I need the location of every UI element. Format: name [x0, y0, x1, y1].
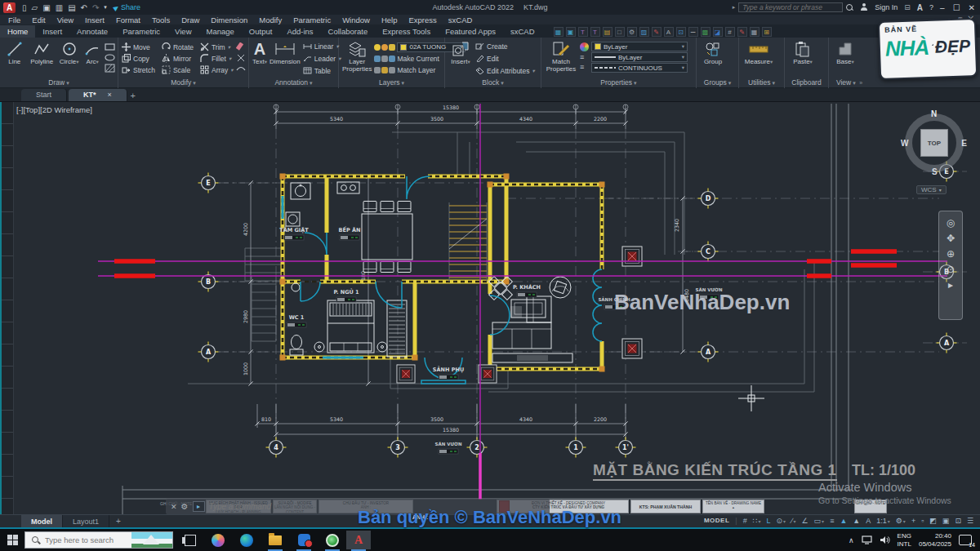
clean-screen-icon[interactable]: ▣	[942, 514, 950, 527]
search-expand-icon[interactable]: ▸	[733, 4, 736, 11]
menu-item[interactable]: Tools	[152, 16, 170, 24]
qat-dropdown-icon[interactable]: ▾	[104, 4, 107, 11]
taskbar-search-input[interactable]	[45, 535, 127, 544]
graphics-performance-icon[interactable]: ◩	[929, 514, 937, 527]
dim-bot-4[interactable]: 2200	[594, 416, 607, 422]
layer-properties-button[interactable]: Layer Properties	[342, 40, 372, 73]
saveas-icon[interactable]: ▥	[56, 3, 63, 12]
clipboard-panel-label[interactable]: Clipboard	[785, 78, 828, 88]
dim-top-3[interactable]: 4340	[519, 116, 532, 122]
stretch-button[interactable]: Stretch	[122, 64, 155, 75]
volume-icon[interactable]	[880, 535, 890, 544]
list-icon-1[interactable]: ≡	[580, 53, 589, 61]
qt-icon-17[interactable]: ▦	[750, 27, 760, 37]
start-button[interactable]	[7, 535, 18, 545]
network-icon[interactable]	[862, 535, 872, 544]
utilities-panel-label[interactable]: Utilities▾	[739, 78, 784, 88]
block-panel-label[interactable]: Block▾	[445, 78, 541, 88]
pan-icon[interactable]: ✥	[947, 233, 955, 243]
section-lines-layer[interactable]	[98, 104, 947, 500]
undo-icon[interactable]: ↶	[81, 3, 87, 12]
app-store-icon[interactable]: ⊟	[904, 3, 911, 11]
file-tab-start[interactable]: Start	[21, 89, 67, 101]
menu-item[interactable]: Edit	[32, 16, 45, 24]
full-navigation-wheel-icon[interactable]: ◎	[947, 218, 955, 228]
table-button[interactable]: Table	[303, 65, 341, 76]
menu-item[interactable]: Modify	[259, 16, 282, 24]
task-view-button[interactable]	[178, 531, 203, 549]
erase-icon[interactable]	[236, 42, 246, 51]
tray-expand-icon[interactable]: ∧	[849, 536, 854, 544]
window-maximize-button[interactable]: ☐	[953, 3, 962, 12]
qt-icon-5[interactable]: ▤	[603, 27, 612, 37]
ribbon-tab-collaborate[interactable]: Collaborate	[321, 25, 376, 38]
dim-top-total[interactable]: 15380	[443, 104, 459, 110]
ribbon-tab-view[interactable]: View	[167, 25, 198, 38]
file-explorer-icon[interactable]	[263, 531, 287, 549]
groups-panel-label[interactable]: Groups▾	[697, 78, 738, 88]
model-space-button[interactable]: MODEL	[704, 514, 729, 527]
wcs-dropdown[interactable]: WCS▾	[916, 185, 947, 194]
dim-bot-1[interactable]: 5340	[330, 416, 343, 422]
lineweight-icon[interactable]: ≡	[830, 514, 834, 527]
block-create-button[interactable]: Create	[475, 41, 535, 51]
circle-button[interactable]: Circle▾	[58, 40, 81, 65]
polyline-button[interactable]: Polyline	[29, 40, 56, 65]
draw-panel-label[interactable]: Draw▾	[0, 78, 118, 88]
layer-icon-1[interactable]	[374, 56, 381, 62]
bubble-row-d-right[interactable]: D	[706, 195, 711, 202]
room-p-khach[interactable]: P. KHÁCH	[513, 283, 541, 291]
annotation-visibility-icon[interactable]: A	[866, 514, 871, 527]
drawing-area[interactable]: [-][Top][2D Wireframe]	[0, 102, 980, 514]
taskbar-search[interactable]	[24, 531, 173, 549]
ribbon-tab-annotate[interactable]: Annotate	[69, 25, 115, 38]
dim-bot-total[interactable]: 15380	[443, 427, 459, 433]
object-snap-tracking-icon[interactable]: ∠	[802, 514, 808, 527]
dim-bot-3[interactable]: 4340	[519, 416, 532, 422]
mirror-button[interactable]: Mirror	[162, 53, 194, 64]
dim-top-2[interactable]: 3500	[430, 116, 443, 122]
bubble-col-4[interactable]: 4	[274, 444, 278, 451]
annotation-panel-label[interactable]: Annotation▾	[249, 78, 338, 88]
qt-icon-3[interactable]: T	[578, 27, 588, 37]
rectangle-icon[interactable]	[105, 42, 115, 51]
text-button[interactable]: A Text▾	[252, 40, 267, 65]
command-input[interactable]	[209, 502, 372, 511]
qt-icon-16[interactable]: ✎	[737, 27, 747, 37]
bubble-row-a-right[interactable]: A	[706, 349, 711, 356]
trim-button[interactable]: Trim▾	[200, 42, 234, 52]
list-icon-2[interactable]: ≡	[580, 63, 589, 71]
dynamic-input-icon[interactable]: ▲	[840, 514, 847, 527]
save-icon[interactable]: ▣	[42, 3, 50, 12]
copy-button[interactable]: Copy	[122, 53, 155, 64]
clock[interactable]: 20:4005/04/2025	[919, 532, 951, 549]
layer-icon-6[interactable]	[389, 67, 395, 73]
isometric-drafting-icon[interactable]: ∕▾	[791, 514, 796, 528]
help-search-input[interactable]	[738, 2, 843, 12]
viewcube-south[interactable]: S	[932, 167, 938, 176]
properties-panel-label[interactable]: Properties▾	[541, 78, 696, 88]
ribbon-tab-home[interactable]: Home	[0, 25, 35, 38]
menu-item[interactable]: Express	[408, 16, 436, 24]
room-bep-an[interactable]: BẾP ĂN	[339, 226, 361, 233]
ellipse-icon[interactable]	[105, 53, 115, 62]
menu-item[interactable]: Help	[381, 16, 398, 24]
layers-panel-label[interactable]: Layers▾	[339, 78, 444, 88]
autodesk-a-icon[interactable]: A	[917, 3, 923, 12]
room-wc1[interactable]: WC 1	[289, 314, 305, 321]
showmotion-icon[interactable]: ▸	[948, 280, 953, 290]
command-close-icon[interactable]: ✕	[171, 503, 177, 511]
grid-bubbles-layer[interactable]: 4 3 2 1 1' E B A D C A E B A	[198, 162, 957, 458]
view-cube[interactable]: N W E S TOP	[903, 112, 965, 174]
open-icon[interactable]: ▱	[32, 3, 38, 12]
share-button[interactable]: ▶ Share	[114, 3, 140, 11]
ribbon-tab-output[interactable]: Output	[242, 25, 280, 38]
add-layout-button[interactable]: +	[109, 517, 127, 526]
view-panel-label[interactable]: View▾ »	[829, 78, 870, 88]
match-properties-button[interactable]: Match Properties	[545, 40, 577, 73]
hatch-icon[interactable]	[105, 64, 115, 73]
customization-icon[interactable]: +	[911, 514, 915, 527]
room-tam-giat[interactable]: TẮM GIẶT	[279, 226, 309, 233]
search-icon[interactable]	[846, 4, 853, 11]
dim-top-1[interactable]: 5340	[330, 116, 343, 122]
